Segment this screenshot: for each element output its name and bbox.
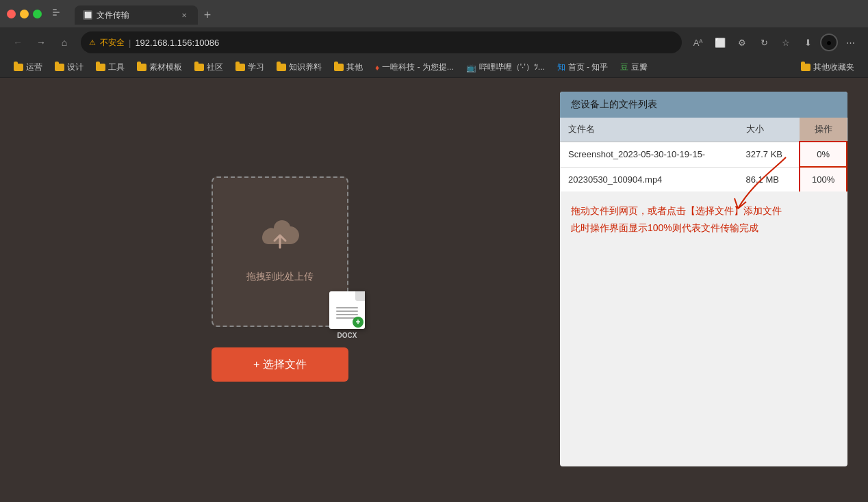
download-button[interactable]: ⬇ xyxy=(798,33,817,52)
table-row: Screenshot_2023-05-30-10-19-15-327.7 KB0… xyxy=(560,142,847,167)
bookmark-shequ[interactable]: 社区 xyxy=(189,60,229,75)
browser-chrome: ⬜ 文件传输 ✕ + ← → ⌂ ⚠ 不安全 | 192.168.1.156:1… xyxy=(0,0,868,78)
bookmark-label: 首页 - 知乎 xyxy=(568,62,609,73)
bookmark-gongju[interactable]: 工具 xyxy=(90,60,130,75)
folder-icon xyxy=(235,64,245,71)
sidebar-toggle-icon[interactable] xyxy=(53,9,64,18)
annotation-text: 拖动文件到网页，或者点击【选择文件】添加文件 此时操作界面显示100%则代表文件… xyxy=(571,202,837,237)
folder-icon xyxy=(801,64,810,71)
docx-paper: + xyxy=(329,291,365,329)
bookmarks-bar: 运营 设计 工具 素材模板 社区 学习 知识养料 其他 xyxy=(0,57,868,78)
home-button[interactable]: ⌂ xyxy=(55,33,74,52)
annotation-line1: 拖动文件到网页，或者点击【选择文件】添加文件 xyxy=(571,202,837,220)
bookmark-label: 一唯科技 - 为您提... xyxy=(382,62,454,73)
tab-bar: ⬜ 文件传输 ✕ + xyxy=(75,3,861,25)
nav-bar: ← → ⌂ ⚠ 不安全 | 192.168.1.156:10086 Aᴬ ⬜ ⚙… xyxy=(0,27,868,57)
file-list-panel: 您设备上的文件列表 文件名 大小 操作 Screenshot_2023-05-3… xyxy=(560,92,847,466)
bookmark-label: 豆瓣 xyxy=(631,62,648,73)
bookmark-label: 社区 xyxy=(207,62,223,73)
window-controls xyxy=(7,10,42,18)
bookmark-label: 知识养料 xyxy=(289,62,322,73)
bookmark-zhishi[interactable]: 知识养料 xyxy=(271,60,327,75)
folder-icon xyxy=(137,64,146,71)
back-button[interactable]: ← xyxy=(8,33,27,52)
cloud-upload-icon xyxy=(259,220,301,260)
file-name-cell: Screenshot_2023-05-30-10-19-15- xyxy=(560,142,738,167)
link-icon: 豆 xyxy=(620,62,628,73)
col-size-header: 大小 xyxy=(738,118,800,142)
new-tab-button[interactable]: + xyxy=(198,5,217,25)
bookmark-label: 工具 xyxy=(108,62,125,73)
file-size-cell: 327.7 KB xyxy=(738,142,800,167)
bookmark-label: 素材模板 xyxy=(149,62,182,73)
nav-right-controls: Aᴬ ⬜ ⚙ ↻ ☆ ⬇ ● ⋯ xyxy=(689,33,860,52)
bookmark-xuexi[interactable]: 学习 xyxy=(230,60,270,75)
link-icon: 📺 xyxy=(466,63,476,72)
bookmark-zhihu[interactable]: 知 首页 - 知乎 xyxy=(552,60,614,75)
folder-icon xyxy=(55,64,64,71)
annotation-line2: 此时操作界面显示100%则代表文件传输完成 xyxy=(571,220,837,237)
settings-button[interactable]: ⚙ xyxy=(732,33,752,52)
tab-title: 文件传输 xyxy=(97,10,129,21)
title-bar: ⬜ 文件传输 ✕ + xyxy=(0,0,868,27)
separator: | xyxy=(129,38,131,48)
bookmark-label: 其他 xyxy=(346,62,363,73)
bookmark-yiwei[interactable]: ♦ 一唯科技 - 为您提... xyxy=(370,60,459,75)
table-header-row: 文件名 大小 操作 xyxy=(560,118,847,142)
docx-label: DOCX xyxy=(337,332,357,339)
bookmark-sheji[interactable]: 设计 xyxy=(49,60,89,75)
minimize-button[interactable] xyxy=(20,10,29,18)
drop-text: 拖拽到此处上传 xyxy=(246,271,314,283)
not-secure-icon: ⚠ xyxy=(89,38,96,47)
more-options-button[interactable]: ⋯ xyxy=(841,33,860,52)
tab-favicon: ⬜ xyxy=(83,10,92,20)
bookmark-label: 其他收藏夹 xyxy=(813,62,854,73)
docx-file-icon: + DOCX xyxy=(327,291,368,339)
address-bar[interactable]: ⚠ 不安全 | 192.168.1.156:10086 xyxy=(81,31,682,53)
col-op-header: 操作 xyxy=(800,118,847,142)
table-row: 20230530_100904.mp486.1 MB100% xyxy=(560,167,847,191)
content-area: 拖拽到此处上传 + DOCX + 选择文件 您设备上的文件列表 xyxy=(0,78,868,480)
split-view-button[interactable]: ⬜ xyxy=(711,33,730,52)
file-size-cell: 86.1 MB xyxy=(738,167,800,191)
bookmark-bilibili[interactable]: 📺 哔哩哔哩（'·'）ﾂ... xyxy=(461,60,550,75)
select-file-button[interactable]: + 选择文件 xyxy=(212,347,348,382)
bookmark-qita[interactable]: 其他 xyxy=(329,60,368,75)
bookmark-yunyong[interactable]: 运营 xyxy=(8,60,48,75)
panel-header: 您设备上的文件列表 xyxy=(560,92,847,118)
folder-icon xyxy=(277,64,286,71)
bookmark-other-folders[interactable]: 其他收藏夹 xyxy=(795,60,860,75)
link-icon: 知 xyxy=(557,62,565,73)
file-name-cell: 20230530_100904.mp4 xyxy=(560,167,738,191)
annotation-area: 拖动文件到网页，或者点击【选择文件】添加文件 此时操作界面显示100%则代表文件… xyxy=(560,191,847,466)
bookmark-button[interactable]: ☆ xyxy=(776,33,795,52)
file-progress-cell: 100% xyxy=(800,167,847,191)
folder-icon xyxy=(14,64,23,71)
col-name-header: 文件名 xyxy=(560,118,738,142)
not-secure-label: 不安全 xyxy=(100,37,125,49)
bookmark-label: 哔哩哔哩（'·'）ﾂ... xyxy=(479,62,545,73)
bookmark-label: 运营 xyxy=(26,62,42,73)
bookmark-label: 学习 xyxy=(248,62,264,73)
url-text: 192.168.1.156:10086 xyxy=(135,38,219,48)
profile-button[interactable]: ● xyxy=(820,34,838,51)
bookmark-label: 设计 xyxy=(67,62,84,73)
folder-icon xyxy=(194,64,204,71)
maximize-button[interactable] xyxy=(33,10,42,18)
file-table: 文件名 大小 操作 Screenshot_2023-05-30-10-19-15… xyxy=(560,118,847,191)
file-progress-cell: 0% xyxy=(800,142,847,167)
close-button[interactable] xyxy=(7,10,16,18)
docx-add-icon: + xyxy=(353,317,363,328)
bookmark-douban[interactable]: 豆 豆瓣 xyxy=(615,60,653,75)
forward-button[interactable]: → xyxy=(31,33,51,52)
refresh-button[interactable]: ↻ xyxy=(754,33,774,52)
upload-section: 拖拽到此处上传 + DOCX + 选择文件 xyxy=(0,78,560,480)
active-tab[interactable]: ⬜ 文件传输 ✕ xyxy=(75,5,198,25)
folder-icon xyxy=(334,64,344,71)
link-icon: ♦ xyxy=(375,63,379,72)
reader-mode-button[interactable]: Aᴬ xyxy=(689,33,708,52)
bookmark-sucai[interactable]: 素材模板 xyxy=(131,60,188,75)
drop-zone[interactable]: 拖拽到此处上传 + DOCX xyxy=(212,176,348,327)
tab-close-button[interactable]: ✕ xyxy=(179,10,190,21)
file-table-body: Screenshot_2023-05-30-10-19-15-327.7 KB0… xyxy=(560,142,847,191)
